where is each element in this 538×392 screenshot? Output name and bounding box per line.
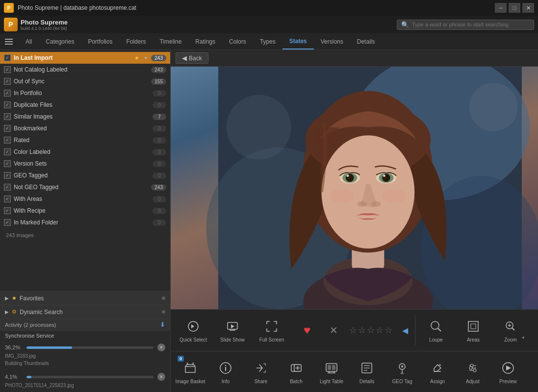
state-item-version-sets[interactable]: ✓Version Sets0: [0, 158, 170, 170]
toolbar-top-row: Quick Select Slide Show Full Screen ♥: [171, 309, 538, 351]
tab-types[interactable]: Types: [253, 33, 282, 49]
state-checkbox-with-areas[interactable]: ✓: [4, 196, 11, 202]
state-name-bookmarked: Bookmarked: [14, 125, 150, 132]
tab-categories[interactable]: Categories: [39, 33, 81, 49]
star-2[interactable]: ☆: [358, 325, 366, 336]
tab-all[interactable]: All: [19, 33, 39, 49]
state-item-rated[interactable]: ✓Rated0: [0, 134, 170, 146]
state-item-with-areas[interactable]: ✓With Areas0: [0, 193, 170, 205]
batch-icon: [287, 359, 305, 377]
search-input[interactable]: [412, 22, 530, 27]
state-checkbox-in-marked-folder[interactable]: ✓: [4, 219, 11, 226]
favorites-section[interactable]: ▶ ★ Favorites ≡: [0, 292, 170, 305]
state-checkbox-not-catalog-labeled[interactable]: ✓: [4, 66, 11, 73]
state-checkbox-duplicate-files[interactable]: ✓: [4, 101, 11, 108]
state-checkbox-not-geo-tagged[interactable]: ✓: [4, 184, 11, 191]
quick-select-button[interactable]: Quick Select: [175, 312, 212, 349]
star-4[interactable]: ☆: [376, 325, 384, 336]
star-1[interactable]: ☆: [349, 325, 357, 336]
state-count-version-sets: 0: [153, 161, 166, 167]
details-button[interactable]: Details: [349, 353, 384, 391]
hamburger-menu[interactable]: [2, 35, 16, 49]
tab-portfolios[interactable]: Portfolios: [81, 33, 119, 49]
state-checkbox-with-recipe[interactable]: ✓: [4, 207, 11, 214]
state-item-not-geo-tagged[interactable]: ✓Not GEO Tagged243: [0, 181, 170, 193]
geo-tag-button[interactable]: GEO Tag: [384, 353, 420, 391]
close-button[interactable]: ✕: [522, 3, 534, 13]
state-item-not-catalog-labeled[interactable]: ✓Not Catalog Labeled243: [0, 64, 170, 75]
slide-show-label: Slide Show: [220, 337, 245, 343]
star-5[interactable]: ☆: [384, 325, 392, 336]
tab-details[interactable]: Details: [350, 33, 382, 49]
progress-close-2[interactable]: ✕: [157, 373, 165, 381]
state-checkbox-bookmarked[interactable]: ✓: [4, 125, 11, 132]
options-button[interactable]: Options: [530, 312, 538, 349]
tab-states[interactable]: States: [282, 33, 314, 49]
state-item-in-portfolio[interactable]: ✓In Portfolio0: [0, 87, 170, 99]
loupe-icon: [427, 318, 445, 335]
slide-show-icon: [224, 318, 241, 335]
progress-percent-1: 36,2%: [5, 344, 23, 350]
state-checkbox-color-labeled[interactable]: ✓: [4, 148, 11, 155]
state-name-in-last-import: In Last Import: [14, 54, 131, 61]
state-item-in-marked-folder[interactable]: ✓In Marked Folder0: [0, 217, 170, 228]
heart-area: ♥: [292, 315, 322, 346]
maximize-button[interactable]: □: [509, 3, 520, 13]
titlebar-title: Photo Supreme | database photosupreme.ca…: [18, 4, 491, 11]
tab-versions[interactable]: Versions: [314, 33, 350, 49]
state-item-with-recipe[interactable]: ✓With Recipe0: [0, 205, 170, 217]
progress-close-1[interactable]: ✕: [157, 343, 165, 351]
dynamic-search-label: Dynamic Search: [20, 309, 158, 316]
state-count-not-geo-tagged: 243: [151, 184, 166, 191]
state-item-geo-tagged[interactable]: ✓GEO Tagged0: [0, 170, 170, 181]
progress-filename-1: IMG_3183.jpg: [5, 353, 165, 361]
state-count-in-portfolio: 0: [153, 90, 166, 97]
share-button[interactable]: Share: [243, 353, 279, 391]
basket-badge: 0: [178, 356, 184, 362]
tab-colors[interactable]: Colors: [222, 33, 253, 49]
tab-folders[interactable]: Folders: [119, 33, 153, 49]
preview-button[interactable]: Preview: [490, 353, 526, 391]
back-button[interactable]: ◀ Back: [176, 52, 208, 64]
activity-label: Activity (2 processes): [5, 322, 56, 328]
state-checkbox-out-of-sync[interactable]: ✓: [4, 78, 11, 85]
svg-point-24: [382, 189, 407, 203]
state-checkbox-in-last-import[interactable]: ✓: [4, 54, 11, 61]
state-checkbox-rated[interactable]: ✓: [4, 137, 11, 144]
image-basket-button[interactable]: 0 Image Basket: [173, 353, 208, 391]
dynamic-search-section[interactable]: ▶ ⚙ Dynamic Search ≡: [0, 305, 170, 319]
state-name-not-geo-tagged: Not GEO Tagged: [14, 184, 148, 191]
search-bar[interactable]: 🔍: [397, 20, 534, 30]
zoom-button[interactable]: Zoom ▼: [493, 312, 528, 349]
state-checkbox-version-sets[interactable]: ✓: [4, 160, 11, 167]
state-item-bookmarked[interactable]: ✓Bookmarked0: [0, 122, 170, 134]
rating-stars[interactable]: ☆ ☆ ☆ ☆ ☆: [349, 325, 392, 336]
full-screen-button[interactable]: Full Screen: [253, 312, 290, 349]
state-count-color-labeled: 0: [153, 149, 166, 155]
tab-timeline[interactable]: Timeline: [153, 33, 188, 49]
light-table-button[interactable]: Light Table: [314, 353, 349, 391]
nav-left-button[interactable]: ◀: [398, 323, 412, 337]
loupe-button[interactable]: Loupe: [418, 312, 454, 349]
state-item-similar-images[interactable]: ✓Similar Images7: [0, 111, 170, 122]
nav-tabs: All Categories Portfolios Folders Timeli…: [0, 33, 538, 50]
minimize-button[interactable]: ─: [495, 3, 507, 13]
areas-button[interactable]: Areas: [456, 312, 491, 349]
image-basket-label: Image Basket: [175, 379, 205, 385]
state-checkbox-geo-tagged[interactable]: ✓: [4, 172, 11, 179]
state-item-duplicate-files[interactable]: ✓Duplicate Files0: [0, 99, 170, 111]
info-button[interactable]: Info: [208, 353, 243, 391]
adjust-button[interactable]: Adjust: [455, 353, 490, 391]
state-checkbox-in-portfolio[interactable]: ✓: [4, 90, 11, 97]
sidebar-bottom: ▶ ★ Favorites ≡ ▶ ⚙ Dynamic Search ≡ Act…: [0, 291, 170, 392]
state-item-color-labeled[interactable]: ✓Color Labeled0: [0, 146, 170, 158]
state-item-in-last-import[interactable]: ✓In Last Import★▼243: [0, 52, 170, 64]
tab-ratings[interactable]: Ratings: [188, 33, 222, 49]
batch-button[interactable]: Batch: [279, 353, 314, 391]
star-3[interactable]: ☆: [367, 325, 375, 336]
back-bar: ◀ Back: [171, 50, 538, 67]
assign-button[interactable]: Assign: [420, 353, 455, 391]
state-item-out-of-sync[interactable]: ✓Out of Sync155: [0, 75, 170, 87]
slide-show-button[interactable]: Slide Show: [214, 312, 251, 349]
state-checkbox-similar-images[interactable]: ✓: [4, 113, 11, 120]
